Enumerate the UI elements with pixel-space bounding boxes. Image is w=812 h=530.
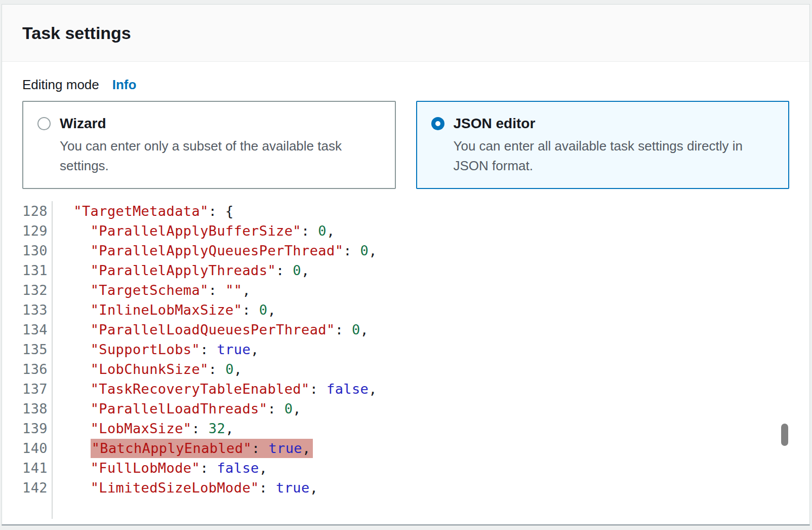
code-line-content: "ParallelApplyThreads": 0, xyxy=(57,260,310,280)
editing-mode-row: Editing mode Info xyxy=(22,77,789,93)
tile-json-editor[interactable]: JSON editor You can enter all available … xyxy=(416,101,790,189)
editing-mode-label: Editing mode xyxy=(22,77,99,93)
info-link[interactable]: Info xyxy=(112,77,137,93)
code-line[interactable]: 140 "BatchApplyEnabled": true, xyxy=(22,438,789,458)
code-line-content: "InlineLobMaxSize": 0, xyxy=(57,300,276,320)
line-number: 135 xyxy=(22,339,53,359)
editor-scrollbar-thumb[interactable] xyxy=(781,424,788,446)
code-line[interactable]: 130 "ParallelApplyQueuesPerThread": 0, xyxy=(22,241,789,260)
code-line[interactable]: 137 "TaskRecoveryTableEnabled": false, xyxy=(22,379,789,399)
highlighted-code: "BatchApplyEnabled": true, xyxy=(91,439,313,458)
code-line-content: "ParallelLoadQueuesPerThread": 0, xyxy=(57,320,369,339)
page: { "panel": { "title": "Task settings" },… xyxy=(0,0,812,530)
line-number: 140 xyxy=(22,438,53,458)
code-line[interactable]: 138 "ParallelLoadThreads": 0, xyxy=(22,399,789,419)
editing-mode-tiles: Wizard You can enter only a subset of th… xyxy=(22,101,789,189)
code-line[interactable]: 136 "LobChunkSize": 0, xyxy=(22,359,789,379)
panel-header: Task settings xyxy=(2,5,809,62)
tile-wizard-label: Wizard xyxy=(60,114,381,133)
code-line[interactable]: 135 "SupportLobs": true, xyxy=(22,339,789,359)
code-line-content: "SupportLobs": true, xyxy=(57,339,259,359)
code-line-content: "ParallelApplyQueuesPerThread": 0, xyxy=(57,241,377,260)
json-code-editor[interactable]: 128 "TargetMetadata": {129 "ParallelAppl… xyxy=(22,201,789,519)
code-line[interactable]: 139 "LobMaxSize": 32, xyxy=(22,419,789,438)
line-number: 136 xyxy=(22,359,53,379)
code-line[interactable]: 128 "TargetMetadata": { xyxy=(22,201,789,221)
code-line-empty xyxy=(22,498,789,519)
code-line[interactable]: 141 "FullLobMode": false, xyxy=(22,458,789,478)
code-lines: 128 "TargetMetadata": {129 "ParallelAppl… xyxy=(22,201,789,519)
line-number: 134 xyxy=(22,320,53,339)
radio-wizard-icon[interactable] xyxy=(37,117,51,130)
code-line-content: "FullLobMode": false, xyxy=(57,458,267,478)
code-line-content: "ParallelLoadThreads": 0, xyxy=(57,399,301,419)
tile-json-editor-text: JSON editor You can enter all available … xyxy=(454,114,775,176)
tile-wizard[interactable]: Wizard You can enter only a subset of th… xyxy=(22,101,396,189)
line-number: 141 xyxy=(22,458,53,478)
line-number: 130 xyxy=(22,241,53,260)
line-number: 142 xyxy=(22,478,53,498)
code-line-content: "TargetSchema": "", xyxy=(57,280,251,300)
tile-wizard-description: You can enter only a subset of the avail… xyxy=(60,136,381,176)
line-number: 137 xyxy=(22,379,53,399)
code-line-content: "TaskRecoveryTableEnabled": false, xyxy=(57,379,377,399)
tile-json-editor-description: You can enter all available task setting… xyxy=(454,136,775,176)
panel-body: Editing mode Info Wizard You can enter o… xyxy=(2,62,809,519)
code-line-content: "ParallelApplyBufferSize": 0, xyxy=(57,221,335,241)
line-number: 139 xyxy=(22,419,53,438)
line-number: 129 xyxy=(22,221,53,241)
tile-wizard-text: Wizard You can enter only a subset of th… xyxy=(60,114,381,176)
line-number: 132 xyxy=(22,280,53,300)
code-line-content: "TargetMetadata": { xyxy=(57,201,234,221)
code-line-content: "LobMaxSize": 32, xyxy=(57,419,234,438)
panel-title: Task settings xyxy=(22,21,789,45)
line-number: 138 xyxy=(22,399,53,419)
tile-json-editor-label: JSON editor xyxy=(454,114,775,133)
code-line[interactable]: 132 "TargetSchema": "", xyxy=(22,280,789,300)
code-line[interactable]: 129 "ParallelApplyBufferSize": 0, xyxy=(22,221,789,241)
code-line-content: "LimitedSizeLobMode": true, xyxy=(57,478,318,498)
code-line-content: "LobChunkSize": 0, xyxy=(57,359,242,379)
line-number: 128 xyxy=(22,201,53,221)
code-line[interactable]: 142 "LimitedSizeLobMode": true, xyxy=(22,478,789,498)
code-line[interactable]: 133 "InlineLobMaxSize": 0, xyxy=(22,300,789,320)
code-line[interactable]: 131 "ParallelApplyThreads": 0, xyxy=(22,260,789,280)
task-settings-panel: Task settings Editing mode Info Wizard Y… xyxy=(2,4,810,525)
line-number: 133 xyxy=(22,300,53,320)
radio-json-editor-icon[interactable] xyxy=(431,117,444,130)
code-line[interactable]: 134 "ParallelLoadQueuesPerThread": 0, xyxy=(22,320,789,339)
line-number: 131 xyxy=(22,260,53,280)
code-line-content: "BatchApplyEnabled": true, xyxy=(57,438,313,458)
